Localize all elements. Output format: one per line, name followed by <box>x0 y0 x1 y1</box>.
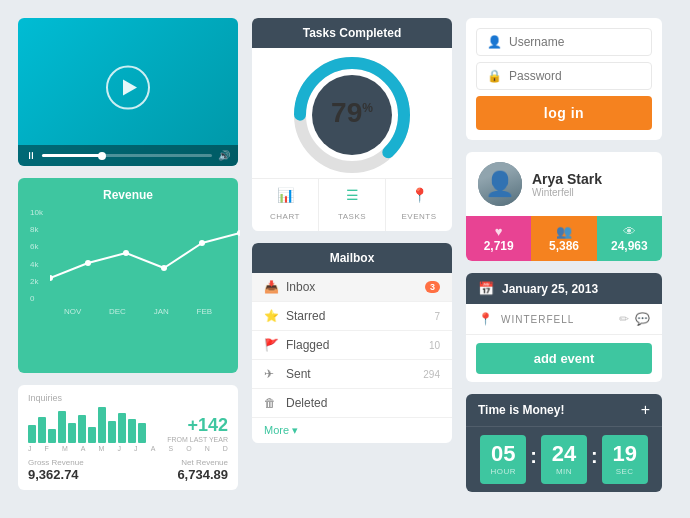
colon-2: : <box>591 445 598 474</box>
bar-11 <box>128 419 136 443</box>
followers-count: 5,386 <box>535 239 592 253</box>
lock-icon: 🔒 <box>487 69 501 83</box>
svg-point-5 <box>237 230 240 236</box>
video-controls: ⏸ 🔊 <box>18 145 238 166</box>
flagged-icon: 🚩 <box>264 338 278 352</box>
inbox-badge: 3 <box>425 281 440 293</box>
timer-hours: 05 HOUR <box>480 435 526 484</box>
tasks-tab-label: TASKS <box>338 212 366 221</box>
inbox-icon: 📥 <box>264 280 278 294</box>
login-button[interactable]: log in <box>476 96 652 130</box>
stats-card: Inquiries +142 FROM LAST YEAR <box>18 385 238 490</box>
likes-count: 2,719 <box>470 239 527 253</box>
tab-events[interactable]: 📍 EVENTS <box>386 179 452 231</box>
stat-sub: FROM LAST YEAR <box>167 436 228 443</box>
chart-tab-label: CHART <box>270 212 300 221</box>
edit-icon[interactable]: ✏ <box>619 312 629 326</box>
tasks-card: Tasks Completed 79% 📊 CHART ☰ TASKS 📍 <box>252 18 452 231</box>
chart-y-labels: 10k 8k 6k 4k 2k 0 <box>30 208 43 303</box>
pause-icon[interactable]: ⏸ <box>26 150 36 161</box>
sent-label: Sent <box>286 367 415 381</box>
column-1: ⏸ 🔊 Revenue 10k 8k 6k 4k 2k 0 <box>18 18 238 500</box>
flagged-label: Flagged <box>286 338 421 352</box>
donut-area: 79% <box>252 48 452 178</box>
calendar-icon: 📅 <box>478 281 494 296</box>
login-card: 👤 🔒 log in <box>466 18 662 140</box>
revenue-card: Revenue 10k 8k 6k 4k 2k 0 NOV DEC <box>18 178 238 373</box>
video-player: ⏸ 🔊 <box>18 18 238 166</box>
pstat-likes[interactable]: ♥ 2,719 <box>466 216 531 261</box>
event-card: 📅 January 25, 2013 📍 WINTERFELL ✏ 💬 add … <box>466 273 662 382</box>
sent-icon: ✈ <box>264 367 278 381</box>
svg-point-3 <box>161 265 167 271</box>
progress-dot <box>98 152 106 160</box>
net-label: Net Revenue <box>177 458 228 467</box>
username-field: 👤 <box>476 28 652 56</box>
views-count: 24,963 <box>601 239 658 253</box>
mail-item-sent[interactable]: ✈ Sent 294 <box>252 360 452 389</box>
pstat-views[interactable]: 👁 24,963 <box>597 216 662 261</box>
timer-title: Time is Money! <box>478 403 564 417</box>
play-button[interactable] <box>106 66 150 110</box>
event-date: January 25, 2013 <box>502 282 598 296</box>
tab-chart[interactable]: 📊 CHART <box>252 179 319 231</box>
gross-label: Gross Revenue <box>28 458 84 467</box>
avatar-image <box>478 162 522 206</box>
minutes-label: MIN <box>551 467 577 476</box>
profile-info: Arya Stark Winterfell <box>532 171 602 198</box>
mailbox-card: Mailbox 📥 Inbox 3 ⭐ Starred 7 🚩 Flagged … <box>252 243 452 443</box>
svg-point-1 <box>85 260 91 266</box>
events-icon: 📍 <box>390 187 448 203</box>
column-3: 👤 🔒 log in Arya Stark Winterfell ♥ 2,719 <box>466 18 662 500</box>
stat-badge: +142 FROM LAST YEAR <box>167 415 228 443</box>
mail-more[interactable]: More ▾ <box>252 418 452 443</box>
chart-icon: 📊 <box>256 187 314 203</box>
minutes-value: 24 <box>551 443 577 465</box>
net-value: 6,734.89 <box>177 467 228 482</box>
inquiries-label: Inquiries <box>28 393 228 403</box>
hours-label: HOUR <box>490 467 516 476</box>
gross-revenue: Gross Revenue 9,362.74 <box>28 458 84 482</box>
hours-value: 05 <box>490 443 516 465</box>
heart-icon: ♥ <box>470 224 527 239</box>
progress-bar[interactable] <box>42 154 212 157</box>
timer-add-icon[interactable]: + <box>641 401 650 419</box>
flagged-count: 10 <box>429 340 440 351</box>
mail-item-deleted[interactable]: 🗑 Deleted <box>252 389 452 418</box>
bar-1 <box>28 425 36 443</box>
username-input[interactable] <box>509 35 641 49</box>
users-icon: 👥 <box>535 224 592 239</box>
timer-seconds: 19 SEC <box>602 435 648 484</box>
chart-area: 10k 8k 6k 4k 2k 0 <box>30 208 226 303</box>
edit-icons: ✏ 💬 <box>619 312 650 326</box>
user-icon: 👤 <box>487 35 501 49</box>
bar-2 <box>38 417 46 443</box>
line-chart <box>50 208 240 303</box>
timer-card: Time is Money! + 05 HOUR : 24 MIN : 19 S… <box>466 394 662 492</box>
bar-4 <box>58 411 66 443</box>
bar-3 <box>48 429 56 443</box>
mail-item-starred[interactable]: ⭐ Starred 7 <box>252 302 452 331</box>
add-event-button[interactable]: add event <box>476 343 652 374</box>
tab-tasks[interactable]: ☰ TASKS <box>319 179 386 231</box>
volume-icon[interactable]: 🔊 <box>218 150 230 161</box>
net-revenue: Net Revenue 6,734.89 <box>177 458 228 482</box>
profile-stats: ♥ 2,719 👥 5,386 👁 24,963 <box>466 216 662 261</box>
bar-5 <box>68 423 76 443</box>
revenue-title: Revenue <box>30 188 226 202</box>
seconds-value: 19 <box>612 443 638 465</box>
location-text: WINTERFELL <box>501 314 611 325</box>
comment-icon[interactable]: 💬 <box>635 312 650 326</box>
seconds-label: SEC <box>612 467 638 476</box>
mail-item-flagged[interactable]: 🚩 Flagged 10 <box>252 331 452 360</box>
column-2: Tasks Completed 79% 📊 CHART ☰ TASKS 📍 <box>252 18 452 500</box>
pstat-followers[interactable]: 👥 5,386 <box>531 216 596 261</box>
password-input[interactable] <box>509 69 641 83</box>
deleted-icon: 🗑 <box>264 396 278 410</box>
bar-stats-row: +142 FROM LAST YEAR <box>28 407 228 443</box>
mail-item-inbox[interactable]: 📥 Inbox 3 <box>252 273 452 302</box>
progress-fill <box>42 154 102 157</box>
bar-7 <box>88 427 96 443</box>
location-icon: 📍 <box>478 312 493 326</box>
profile-card: Arya Stark Winterfell ♥ 2,719 👥 5,386 👁 … <box>466 152 662 261</box>
